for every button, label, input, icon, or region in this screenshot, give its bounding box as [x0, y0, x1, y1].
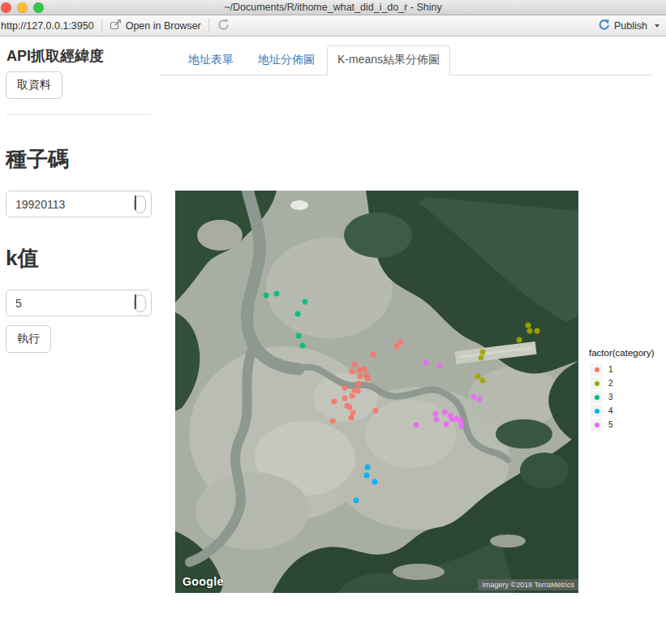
k-input-group: [6, 290, 152, 316]
data-point-category-2: [516, 337, 522, 343]
legend-key: [591, 363, 603, 376]
legend-item: 4: [589, 404, 655, 418]
fetch-data-button[interactable]: 取資料: [6, 71, 62, 99]
k-heading: k值: [6, 244, 152, 273]
seed-input[interactable]: [6, 191, 151, 217]
seed-input-group: [6, 191, 152, 217]
map-attribution: Imagery ©2018 TerraMetrics: [478, 579, 578, 590]
legend-dot-3: [595, 395, 599, 400]
publish-icon: [598, 19, 610, 33]
k-stepper[interactable]: [134, 294, 146, 312]
legend-item: 3: [589, 390, 655, 404]
reload-app-button[interactable]: [217, 18, 230, 34]
refresh-icon: [217, 18, 230, 34]
data-point-category-5: [437, 363, 443, 368]
data-point-category-2: [480, 349, 486, 354]
data-point-category-1: [342, 395, 348, 401]
seed-stepper[interactable]: [134, 195, 146, 213]
open-in-browser-icon: [110, 19, 122, 32]
legend-label: 1: [608, 365, 613, 374]
data-point-category-1: [356, 381, 362, 387]
data-point-category-5: [441, 409, 447, 414]
data-point-category-4: [364, 473, 370, 479]
data-point-category-3: [296, 333, 302, 339]
open-in-browser-button[interactable]: Open in Browser: [110, 19, 201, 32]
legend-label: 3: [608, 393, 613, 401]
toolbar-separator: [101, 19, 102, 32]
data-point-category-1: [355, 389, 361, 394]
kmeans-map-plot: Google Imagery ©2018 TerraMetrics: [175, 191, 578, 593]
legend-label: 5: [608, 420, 613, 429]
stepper-down-icon: [135, 294, 136, 309]
data-point-category-5: [443, 422, 449, 427]
data-point-category-5: [470, 393, 476, 399]
sidebar: API抓取經緯度 取資料 種子碼 k值 執行: [6, 46, 152, 353]
legend-dot-2: [595, 381, 599, 386]
window-title: ~/Documents/R/ithome_what_did_i_do_r - S…: [0, 0, 666, 15]
tab-address-table[interactable]: 地址表單: [176, 46, 246, 75]
plot-legend: factor(category) 1 2 3 4 5: [589, 348, 655, 431]
google-logo: Google: [183, 575, 224, 588]
seed-heading: 種子碼: [6, 145, 152, 174]
legend-key: [591, 405, 603, 417]
tab-address-map-label[interactable]: 地址分佈圖: [246, 46, 327, 75]
data-point-category-1: [358, 374, 363, 380]
window-titlebar: ~/Documents/R/ithome_what_did_i_do_r - S…: [0, 0, 666, 15]
data-point-category-1: [342, 385, 348, 391]
tab-address-table-label[interactable]: 地址表單: [176, 46, 246, 75]
publish-label: Publish: [614, 20, 647, 32]
data-point-category-1: [365, 376, 371, 382]
data-point-category-4: [365, 465, 371, 470]
data-point-category-5: [477, 396, 483, 401]
data-point-category-1: [352, 361, 358, 367]
sidebar-divider: [6, 114, 152, 115]
legend-label: 4: [608, 406, 613, 415]
legend-item: 2: [589, 376, 655, 390]
data-point-category-2: [526, 328, 532, 334]
api-section-heading: API抓取經緯度: [6, 46, 152, 66]
data-point-category-5: [433, 410, 439, 416]
legend-item: 5: [589, 418, 655, 431]
tab-bar: 地址表單 地址分佈圖 K-means結果分佈圖: [160, 45, 653, 75]
data-point-category-2: [525, 323, 531, 328]
data-point-category-1: [350, 369, 355, 375]
legend-title: factor(category): [589, 348, 655, 358]
data-point-category-1: [329, 419, 335, 424]
legend-key: [591, 391, 603, 403]
data-point-category-5: [423, 359, 429, 365]
app-url: http://127.0.0.1:3950: [0, 20, 94, 32]
publish-dropdown-caret[interactable]: [655, 24, 660, 28]
data-point-category-5: [414, 423, 419, 428]
data-point-category-1: [397, 339, 403, 345]
legend-dot-5: [595, 423, 599, 427]
legend-key: [591, 377, 603, 389]
data-point-category-1: [331, 398, 337, 404]
data-point-category-3: [300, 342, 306, 348]
publish-button[interactable]: Publish: [598, 19, 660, 33]
data-point-category-1: [371, 351, 376, 357]
stepper-down-icon: [135, 195, 136, 210]
k-input[interactable]: [6, 290, 151, 316]
data-point-category-2: [480, 378, 486, 384]
data-point-category-1: [373, 407, 379, 413]
data-point-category-1: [347, 404, 353, 410]
tab-kmeans-result-label[interactable]: K-means結果分佈圖: [327, 45, 450, 75]
data-point-category-2: [479, 354, 484, 360]
data-point-category-3: [274, 290, 280, 296]
data-point-category-1: [362, 367, 367, 372]
viewer-toolbar: http://127.0.0.1:3950 Open in Browser Pu…: [0, 15, 666, 36]
tab-kmeans-result[interactable]: K-means結果分佈圖: [327, 45, 450, 75]
data-point-category-4: [354, 497, 359, 503]
tab-address-map[interactable]: 地址分佈圖: [246, 46, 327, 75]
scatter-layer: [175, 191, 578, 593]
data-point-category-5: [458, 423, 464, 429]
legend-item: 1: [589, 363, 655, 376]
legend-label: 2: [608, 379, 613, 388]
data-point-category-3: [263, 292, 269, 298]
data-point-category-1: [350, 393, 355, 398]
run-button[interactable]: 執行: [6, 325, 51, 353]
data-point-category-4: [372, 479, 378, 485]
legend-dot-4: [595, 409, 599, 414]
data-point-category-1: [349, 415, 354, 421]
data-point-category-3: [295, 311, 301, 316]
